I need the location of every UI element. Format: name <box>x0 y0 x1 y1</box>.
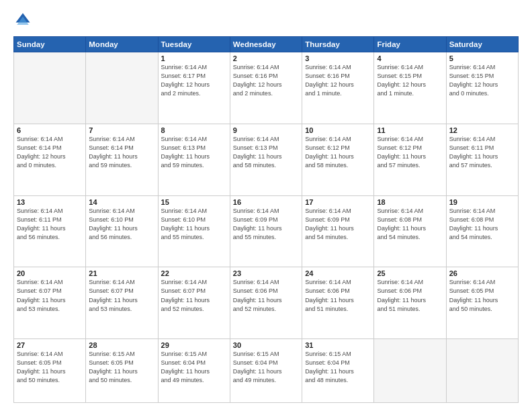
calendar-cell: 4Sunrise: 6:14 AM Sunset: 6:15 PM Daylig… <box>374 52 446 124</box>
calendar-header-sunday: Sunday <box>14 37 86 52</box>
calendar-cell: 7Sunrise: 6:14 AM Sunset: 6:14 PM Daylig… <box>86 124 158 195</box>
day-info: Sunrise: 6:14 AM Sunset: 6:14 PM Dayligh… <box>89 135 154 170</box>
calendar-cell: 17Sunrise: 6:14 AM Sunset: 6:09 PM Dayli… <box>302 195 374 267</box>
day-number: 21 <box>89 269 154 277</box>
day-number: 18 <box>377 198 443 206</box>
day-info: Sunrise: 6:14 AM Sunset: 6:07 PM Dayligh… <box>89 278 154 313</box>
calendar-header-tuesday: Tuesday <box>158 37 230 52</box>
page: SundayMondayTuesdayWednesdayThursdayFrid… <box>0 0 532 411</box>
day-info: Sunrise: 6:15 AM Sunset: 6:04 PM Dayligh… <box>305 350 371 385</box>
calendar-cell: 28Sunrise: 6:15 AM Sunset: 6:05 PM Dayli… <box>86 339 158 403</box>
day-info: Sunrise: 6:14 AM Sunset: 6:09 PM Dayligh… <box>233 207 299 242</box>
day-info: Sunrise: 6:14 AM Sunset: 6:05 PM Dayligh… <box>17 350 83 385</box>
day-info: Sunrise: 6:14 AM Sunset: 6:16 PM Dayligh… <box>305 63 371 98</box>
calendar-table: SundayMondayTuesdayWednesdayThursdayFrid… <box>13 36 519 403</box>
day-info: Sunrise: 6:14 AM Sunset: 6:16 PM Dayligh… <box>233 63 299 98</box>
calendar-header-monday: Monday <box>86 37 158 52</box>
calendar-week-0: 1Sunrise: 6:14 AM Sunset: 6:17 PM Daylig… <box>14 52 519 124</box>
calendar-cell: 20Sunrise: 6:14 AM Sunset: 6:07 PM Dayli… <box>14 267 86 339</box>
day-info: Sunrise: 6:14 AM Sunset: 6:13 PM Dayligh… <box>233 135 299 170</box>
day-number: 20 <box>17 269 83 277</box>
day-number: 13 <box>17 198 83 206</box>
day-number: 9 <box>233 126 299 134</box>
calendar-cell: 9Sunrise: 6:14 AM Sunset: 6:13 PM Daylig… <box>230 124 302 195</box>
day-number: 4 <box>377 54 443 62</box>
calendar-cell: 31Sunrise: 6:15 AM Sunset: 6:04 PM Dayli… <box>302 339 374 403</box>
day-info: Sunrise: 6:14 AM Sunset: 6:17 PM Dayligh… <box>161 63 227 98</box>
calendar-cell: 10Sunrise: 6:14 AM Sunset: 6:12 PM Dayli… <box>302 124 374 195</box>
day-number: 1 <box>161 54 227 62</box>
calendar-cell: 6Sunrise: 6:14 AM Sunset: 6:14 PM Daylig… <box>14 124 86 195</box>
day-info: Sunrise: 6:14 AM Sunset: 6:15 PM Dayligh… <box>449 63 515 98</box>
day-number: 7 <box>89 126 154 134</box>
day-info: Sunrise: 6:14 AM Sunset: 6:13 PM Dayligh… <box>161 135 227 170</box>
day-number: 25 <box>377 269 443 277</box>
calendar-header-saturday: Saturday <box>446 37 518 52</box>
calendar-cell: 15Sunrise: 6:14 AM Sunset: 6:10 PM Dayli… <box>158 195 230 267</box>
day-info: Sunrise: 6:14 AM Sunset: 6:15 PM Dayligh… <box>377 63 443 98</box>
day-number: 28 <box>89 341 154 349</box>
day-info: Sunrise: 6:14 AM Sunset: 6:08 PM Dayligh… <box>449 207 515 242</box>
day-number: 27 <box>17 341 83 349</box>
calendar-cell: 1Sunrise: 6:14 AM Sunset: 6:17 PM Daylig… <box>158 52 230 124</box>
day-number: 3 <box>305 54 371 62</box>
calendar-header-wednesday: Wednesday <box>230 37 302 52</box>
header <box>13 11 519 30</box>
day-info: Sunrise: 6:14 AM Sunset: 6:07 PM Dayligh… <box>17 278 83 313</box>
day-info: Sunrise: 6:14 AM Sunset: 6:09 PM Dayligh… <box>305 207 371 242</box>
day-info: Sunrise: 6:14 AM Sunset: 6:11 PM Dayligh… <box>449 135 515 170</box>
day-info: Sunrise: 6:15 AM Sunset: 6:04 PM Dayligh… <box>233 350 299 385</box>
calendar-cell: 27Sunrise: 6:14 AM Sunset: 6:05 PM Dayli… <box>14 339 86 403</box>
day-number: 8 <box>161 126 227 134</box>
calendar-cell: 22Sunrise: 6:14 AM Sunset: 6:07 PM Dayli… <box>158 267 230 339</box>
calendar-cell: 11Sunrise: 6:14 AM Sunset: 6:12 PM Dayli… <box>374 124 446 195</box>
day-info: Sunrise: 6:14 AM Sunset: 6:10 PM Dayligh… <box>161 207 227 242</box>
calendar-cell: 23Sunrise: 6:14 AM Sunset: 6:06 PM Dayli… <box>230 267 302 339</box>
day-info: Sunrise: 6:14 AM Sunset: 6:11 PM Dayligh… <box>17 207 83 242</box>
day-number: 12 <box>449 126 515 134</box>
day-info: Sunrise: 6:14 AM Sunset: 6:06 PM Dayligh… <box>377 278 443 313</box>
calendar-cell: 25Sunrise: 6:14 AM Sunset: 6:06 PM Dayli… <box>374 267 446 339</box>
calendar-cell <box>446 339 518 403</box>
day-number: 24 <box>305 269 371 277</box>
calendar-cell: 16Sunrise: 6:14 AM Sunset: 6:09 PM Dayli… <box>230 195 302 267</box>
calendar-cell: 29Sunrise: 6:15 AM Sunset: 6:04 PM Dayli… <box>158 339 230 403</box>
day-number: 30 <box>233 341 299 349</box>
day-info: Sunrise: 6:14 AM Sunset: 6:07 PM Dayligh… <box>161 278 227 313</box>
day-info: Sunrise: 6:14 AM Sunset: 6:12 PM Dayligh… <box>377 135 443 170</box>
calendar-cell: 19Sunrise: 6:14 AM Sunset: 6:08 PM Dayli… <box>446 195 518 267</box>
day-number: 14 <box>89 198 154 206</box>
calendar-week-3: 20Sunrise: 6:14 AM Sunset: 6:07 PM Dayli… <box>14 267 519 339</box>
calendar-cell: 14Sunrise: 6:14 AM Sunset: 6:10 PM Dayli… <box>86 195 158 267</box>
day-number: 17 <box>305 198 371 206</box>
day-number: 31 <box>305 341 371 349</box>
calendar-cell: 2Sunrise: 6:14 AM Sunset: 6:16 PM Daylig… <box>230 52 302 124</box>
logo-icon <box>13 11 32 30</box>
day-number: 10 <box>305 126 371 134</box>
day-number: 6 <box>17 126 83 134</box>
day-info: Sunrise: 6:14 AM Sunset: 6:06 PM Dayligh… <box>305 278 371 313</box>
calendar-week-1: 6Sunrise: 6:14 AM Sunset: 6:14 PM Daylig… <box>14 124 519 195</box>
day-number: 19 <box>449 198 515 206</box>
calendar-cell: 24Sunrise: 6:14 AM Sunset: 6:06 PM Dayli… <box>302 267 374 339</box>
day-info: Sunrise: 6:14 AM Sunset: 6:05 PM Dayligh… <box>449 278 515 313</box>
calendar-header-friday: Friday <box>374 37 446 52</box>
calendar-cell <box>374 339 446 403</box>
calendar-cell <box>14 52 86 124</box>
calendar-cell: 12Sunrise: 6:14 AM Sunset: 6:11 PM Dayli… <box>446 124 518 195</box>
calendar-cell: 13Sunrise: 6:14 AM Sunset: 6:11 PM Dayli… <box>14 195 86 267</box>
day-info: Sunrise: 6:14 AM Sunset: 6:06 PM Dayligh… <box>233 278 299 313</box>
day-number: 23 <box>233 269 299 277</box>
calendar-cell <box>86 52 158 124</box>
day-number: 22 <box>161 269 227 277</box>
day-number: 5 <box>449 54 515 62</box>
day-number: 2 <box>233 54 299 62</box>
calendar-week-2: 13Sunrise: 6:14 AM Sunset: 6:11 PM Dayli… <box>14 195 519 267</box>
calendar-header-thursday: Thursday <box>302 37 374 52</box>
logo <box>13 11 35 30</box>
day-number: 26 <box>449 269 515 277</box>
day-info: Sunrise: 6:15 AM Sunset: 6:04 PM Dayligh… <box>161 350 227 385</box>
calendar-cell: 30Sunrise: 6:15 AM Sunset: 6:04 PM Dayli… <box>230 339 302 403</box>
day-number: 16 <box>233 198 299 206</box>
calendar-cell: 21Sunrise: 6:14 AM Sunset: 6:07 PM Dayli… <box>86 267 158 339</box>
